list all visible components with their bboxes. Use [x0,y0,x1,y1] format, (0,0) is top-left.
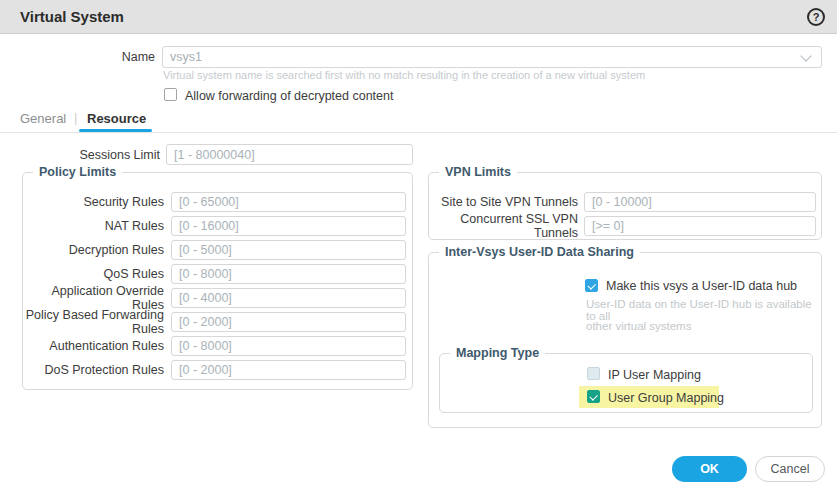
field-label: DoS Protection Rules [23,363,164,377]
inter-vsys-user-id-group: Inter-Vsys User-ID Data Sharing Make thi… [428,252,822,428]
user-group-mapping-label[interactable]: User Group Mapping [608,391,724,405]
name-combobox[interactable]: vsys1 [162,46,822,68]
field-label: QoS Rules [23,267,164,281]
tab-separator: | [74,110,77,125]
mapping-type-legend: Mapping Type [450,346,545,360]
tab-resource[interactable]: Resource [87,111,146,126]
nat-rules-input[interactable] [171,216,406,236]
form-row: Decryption Rules [23,238,412,262]
help-icon[interactable]: ? [807,8,825,26]
field-label: Site to Site VPN Tunnels [429,195,578,209]
sessions-limit-input[interactable] [166,144,413,165]
ip-user-mapping-checkbox[interactable] [587,367,600,380]
user-id-hub-hint-line1: User-ID data on the User-ID hub is avail… [586,298,821,322]
user-id-hub-hint-line2: other virtual systems [586,320,691,332]
policy-limits-group: Policy Limits Security Rules NAT Rules D… [22,172,413,390]
chevron-down-icon[interactable] [800,50,811,61]
decryption-rules-input[interactable] [171,240,406,260]
name-hint: Virtual system name is searched first wi… [163,69,645,81]
site-to-site-vpn-tunnels-input[interactable] [584,192,816,212]
tab-general[interactable]: General [20,111,66,126]
cancel-button[interactable]: Cancel [755,456,825,482]
form-row: Security Rules [23,190,412,214]
check-icon [587,281,595,289]
inter-vsys-user-id-legend: Inter-Vsys User-ID Data Sharing [439,245,640,259]
security-rules-input[interactable] [171,192,406,212]
authentication-rules-input[interactable] [171,336,406,356]
field-label: Authentication Rules [23,339,164,353]
ip-user-mapping-label[interactable]: IP User Mapping [608,368,701,382]
qos-rules-input[interactable] [171,264,406,284]
form-row: NAT Rules [23,214,412,238]
dos-protection-rules-input[interactable] [171,360,406,380]
form-row: Site to Site VPN Tunnels [429,190,821,214]
name-label: Name [0,50,155,64]
form-row: QoS Rules [23,262,412,286]
policy-based-forwarding-rules-input[interactable] [171,312,406,332]
sessions-limit-label: Sessions Limit [0,148,160,162]
dialog-title: Virtual System [20,0,124,33]
user-id-hub-checkbox[interactable] [585,279,598,292]
form-row: DoS Protection Rules [23,358,412,382]
concurrent-ssl-vpn-tunnels-input[interactable] [584,216,816,236]
vpn-limits-group: VPN Limits Site to Site VPN Tunnels Conc… [428,172,822,240]
vpn-limits-rows: Site to Site VPN Tunnels Concurrent SSL … [429,173,821,238]
application-override-rules-input[interactable] [171,288,406,308]
allow-forwarding-label[interactable]: Allow forwarding of decrypted content [185,89,393,103]
field-label: NAT Rules [23,219,164,233]
field-label: Security Rules [23,195,164,209]
policy-limits-rows: Security Rules NAT Rules Decryption Rule… [23,173,412,382]
virtual-system-dialog: Virtual System ? Name vsys1 Virtual syst… [0,0,837,497]
user-id-hub-label[interactable]: Make this vsys a User-ID data hub [606,279,797,293]
ok-button[interactable]: OK [672,456,747,482]
form-row: Policy Based Forwarding Rules [23,310,412,334]
form-row: Authentication Rules [23,334,412,358]
form-row: Application Override Rules [23,286,412,310]
mapping-type-group: Mapping Type IP User Mapping User Group … [439,353,813,413]
dialog-titlebar: Virtual System ? [0,0,837,34]
form-row: Concurrent SSL VPN Tunnels [429,214,821,238]
name-value: vsys1 [170,50,202,64]
tabs-divider [0,132,837,133]
field-label: Policy Based Forwarding Rules [23,308,164,336]
user-group-mapping-checkbox[interactable] [587,390,600,403]
field-label: Concurrent SSL VPN Tunnels [429,212,578,240]
field-label: Decryption Rules [23,243,164,257]
check-icon [589,392,597,400]
allow-forwarding-checkbox[interactable] [164,88,177,101]
